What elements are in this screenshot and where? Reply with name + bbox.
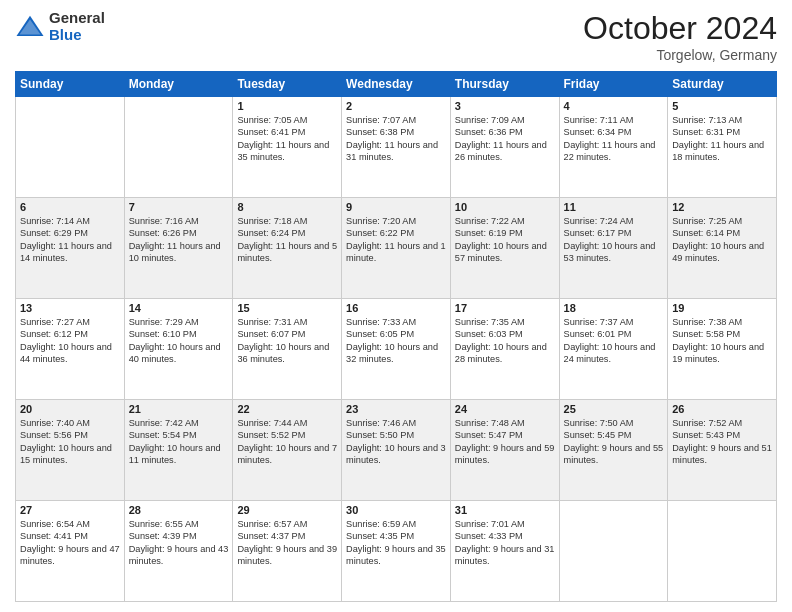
daylight-text: Daylight: 9 hours and 43 minutes. — [129, 543, 229, 568]
daylight-text: Daylight: 10 hours and 28 minutes. — [455, 341, 555, 366]
sunset-text: Sunset: 5:56 PM — [20, 429, 120, 441]
calendar-cell-2-1: 14Sunrise: 7:29 AMSunset: 6:10 PMDayligh… — [124, 299, 233, 400]
col-tuesday: Tuesday — [233, 72, 342, 97]
sunset-text: Sunset: 6:19 PM — [455, 227, 555, 239]
sunrise-text: Sunrise: 7:31 AM — [237, 316, 337, 328]
sunset-text: Sunset: 6:14 PM — [672, 227, 772, 239]
day-number: 11 — [564, 201, 664, 213]
sunrise-text: Sunrise: 7:05 AM — [237, 114, 337, 126]
calendar-cell-2-2: 15Sunrise: 7:31 AMSunset: 6:07 PMDayligh… — [233, 299, 342, 400]
logo-blue-text: Blue — [49, 27, 105, 44]
daylight-text: Daylight: 10 hours and 24 minutes. — [564, 341, 664, 366]
sunset-text: Sunset: 5:52 PM — [237, 429, 337, 441]
month-title: October 2024 — [583, 10, 777, 47]
daylight-text: Daylight: 10 hours and 49 minutes. — [672, 240, 772, 265]
calendar-cell-4-1: 28Sunrise: 6:55 AMSunset: 4:39 PMDayligh… — [124, 501, 233, 602]
calendar-cell-3-6: 26Sunrise: 7:52 AMSunset: 5:43 PMDayligh… — [668, 400, 777, 501]
calendar-cell-2-5: 18Sunrise: 7:37 AMSunset: 6:01 PMDayligh… — [559, 299, 668, 400]
sunset-text: Sunset: 6:26 PM — [129, 227, 229, 239]
day-number: 21 — [129, 403, 229, 415]
calendar-cell-0-6: 5Sunrise: 7:13 AMSunset: 6:31 PMDaylight… — [668, 97, 777, 198]
day-number: 17 — [455, 302, 555, 314]
calendar-cell-3-1: 21Sunrise: 7:42 AMSunset: 5:54 PMDayligh… — [124, 400, 233, 501]
calendar-cell-1-4: 10Sunrise: 7:22 AMSunset: 6:19 PMDayligh… — [450, 198, 559, 299]
day-number: 29 — [237, 504, 337, 516]
sunrise-text: Sunrise: 7:35 AM — [455, 316, 555, 328]
sunset-text: Sunset: 5:50 PM — [346, 429, 446, 441]
location: Torgelow, Germany — [583, 47, 777, 63]
sunset-text: Sunset: 4:37 PM — [237, 530, 337, 542]
day-number: 26 — [672, 403, 772, 415]
sunset-text: Sunset: 4:33 PM — [455, 530, 555, 542]
logo-general-text: General — [49, 10, 105, 27]
title-block: October 2024 Torgelow, Germany — [583, 10, 777, 63]
sunrise-text: Sunrise: 7:01 AM — [455, 518, 555, 530]
day-number: 22 — [237, 403, 337, 415]
sunset-text: Sunset: 6:10 PM — [129, 328, 229, 340]
day-number: 14 — [129, 302, 229, 314]
sunrise-text: Sunrise: 7:09 AM — [455, 114, 555, 126]
calendar-cell-2-0: 13Sunrise: 7:27 AMSunset: 6:12 PMDayligh… — [16, 299, 125, 400]
daylight-text: Daylight: 10 hours and 3 minutes. — [346, 442, 446, 467]
sunset-text: Sunset: 6:36 PM — [455, 126, 555, 138]
calendar-week-row-4: 27Sunrise: 6:54 AMSunset: 4:41 PMDayligh… — [16, 501, 777, 602]
calendar-cell-4-0: 27Sunrise: 6:54 AMSunset: 4:41 PMDayligh… — [16, 501, 125, 602]
day-number: 7 — [129, 201, 229, 213]
day-number: 8 — [237, 201, 337, 213]
sunset-text: Sunset: 5:45 PM — [564, 429, 664, 441]
calendar-cell-0-4: 3Sunrise: 7:09 AMSunset: 6:36 PMDaylight… — [450, 97, 559, 198]
sunset-text: Sunset: 6:07 PM — [237, 328, 337, 340]
sunset-text: Sunset: 4:35 PM — [346, 530, 446, 542]
calendar-week-row-2: 13Sunrise: 7:27 AMSunset: 6:12 PMDayligh… — [16, 299, 777, 400]
calendar-cell-1-0: 6Sunrise: 7:14 AMSunset: 6:29 PMDaylight… — [16, 198, 125, 299]
daylight-text: Daylight: 9 hours and 47 minutes. — [20, 543, 120, 568]
sunset-text: Sunset: 6:34 PM — [564, 126, 664, 138]
col-friday: Friday — [559, 72, 668, 97]
daylight-text: Daylight: 10 hours and 36 minutes. — [237, 341, 337, 366]
calendar-cell-4-3: 30Sunrise: 6:59 AMSunset: 4:35 PMDayligh… — [342, 501, 451, 602]
sunset-text: Sunset: 6:24 PM — [237, 227, 337, 239]
calendar-cell-2-6: 19Sunrise: 7:38 AMSunset: 5:58 PMDayligh… — [668, 299, 777, 400]
logo: General Blue — [15, 10, 105, 43]
calendar-cell-0-0 — [16, 97, 125, 198]
calendar-cell-4-5 — [559, 501, 668, 602]
sunrise-text: Sunrise: 7:13 AM — [672, 114, 772, 126]
daylight-text: Daylight: 10 hours and 11 minutes. — [129, 442, 229, 467]
sunrise-text: Sunrise: 7:38 AM — [672, 316, 772, 328]
col-wednesday: Wednesday — [342, 72, 451, 97]
daylight-text: Daylight: 11 hours and 26 minutes. — [455, 139, 555, 164]
sunrise-text: Sunrise: 7:27 AM — [20, 316, 120, 328]
sunrise-text: Sunrise: 7:18 AM — [237, 215, 337, 227]
logo-icon — [15, 12, 45, 42]
daylight-text: Daylight: 10 hours and 15 minutes. — [20, 442, 120, 467]
calendar-cell-3-5: 25Sunrise: 7:50 AMSunset: 5:45 PMDayligh… — [559, 400, 668, 501]
day-number: 10 — [455, 201, 555, 213]
calendar-week-row-1: 6Sunrise: 7:14 AMSunset: 6:29 PMDaylight… — [16, 198, 777, 299]
sunrise-text: Sunrise: 7:14 AM — [20, 215, 120, 227]
daylight-text: Daylight: 11 hours and 18 minutes. — [672, 139, 772, 164]
daylight-text: Daylight: 11 hours and 1 minute. — [346, 240, 446, 265]
sunrise-text: Sunrise: 6:54 AM — [20, 518, 120, 530]
sunset-text: Sunset: 6:12 PM — [20, 328, 120, 340]
daylight-text: Daylight: 9 hours and 59 minutes. — [455, 442, 555, 467]
day-number: 30 — [346, 504, 446, 516]
calendar-cell-0-3: 2Sunrise: 7:07 AMSunset: 6:38 PMDaylight… — [342, 97, 451, 198]
daylight-text: Daylight: 11 hours and 5 minutes. — [237, 240, 337, 265]
day-number: 13 — [20, 302, 120, 314]
sunset-text: Sunset: 6:31 PM — [672, 126, 772, 138]
day-number: 27 — [20, 504, 120, 516]
day-number: 24 — [455, 403, 555, 415]
sunrise-text: Sunrise: 6:55 AM — [129, 518, 229, 530]
calendar-week-row-0: 1Sunrise: 7:05 AMSunset: 6:41 PMDaylight… — [16, 97, 777, 198]
sunrise-text: Sunrise: 7:37 AM — [564, 316, 664, 328]
calendar-cell-0-5: 4Sunrise: 7:11 AMSunset: 6:34 PMDaylight… — [559, 97, 668, 198]
sunrise-text: Sunrise: 7:52 AM — [672, 417, 772, 429]
day-number: 31 — [455, 504, 555, 516]
day-number: 20 — [20, 403, 120, 415]
calendar-cell-1-6: 12Sunrise: 7:25 AMSunset: 6:14 PMDayligh… — [668, 198, 777, 299]
sunrise-text: Sunrise: 7:44 AM — [237, 417, 337, 429]
sunset-text: Sunset: 6:17 PM — [564, 227, 664, 239]
col-saturday: Saturday — [668, 72, 777, 97]
page: General Blue October 2024 Torgelow, Germ… — [0, 0, 792, 612]
daylight-text: Daylight: 9 hours and 35 minutes. — [346, 543, 446, 568]
